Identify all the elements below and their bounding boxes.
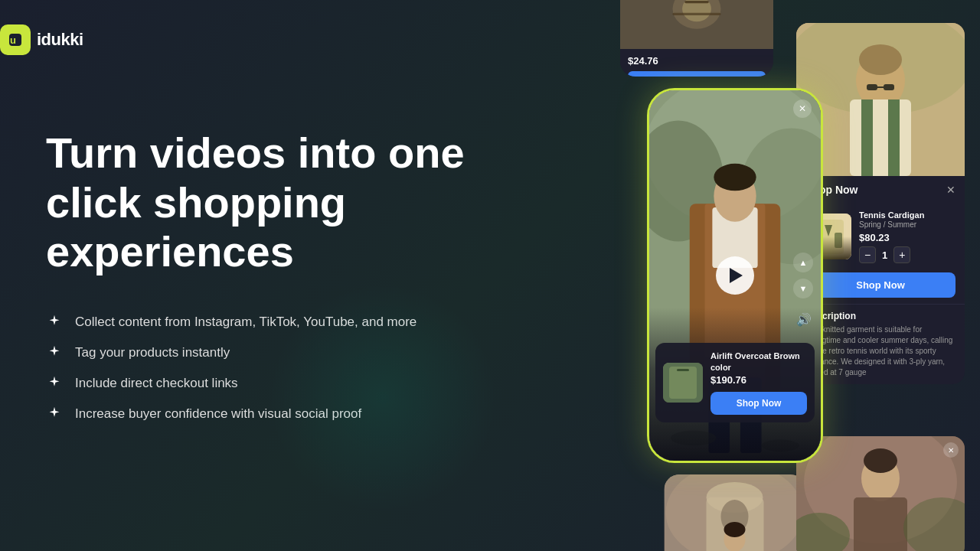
description-text: This knitted garment is suitable for spr… — [805, 324, 956, 378]
svg-text:u: u — [10, 34, 16, 46]
svg-point-26 — [859, 44, 902, 75]
card-top-left-footer: $24.76 Shop Now — [620, 49, 773, 77]
sparkle-icon-2 — [46, 344, 63, 361]
phone-close-button[interactable]: ✕ — [793, 99, 812, 118]
product-info: Airlift Overcoat Brown color $190.76 Sho… — [710, 350, 807, 415]
product-row-info: Tennis Cardigan Spring / Summer $80.23 −… — [859, 210, 956, 263]
sparkle-icon-3 — [46, 375, 63, 392]
svg-rect-28 — [861, 99, 873, 176]
svg-point-41 — [864, 448, 897, 473]
card-top-left-image — [620, 0, 773, 49]
quantity-increase-button[interactable]: + — [893, 246, 910, 263]
right-section: $24.76 Shop Now — [490, 0, 980, 551]
product-thumb-image — [663, 363, 703, 403]
card-bottom-right-close-button[interactable]: ✕ — [943, 442, 959, 458]
play-button[interactable] — [716, 256, 754, 295]
quantity-row: − 1 + — [859, 246, 956, 263]
price-top-left: $24.76 — [628, 55, 766, 67]
svg-rect-21 — [669, 367, 697, 399]
svg-rect-27 — [850, 99, 911, 176]
product-row-price: $80.23 — [859, 232, 956, 243]
quantity-value: 1 — [882, 249, 887, 261]
quantity-decrease-button[interactable]: − — [859, 246, 876, 263]
product-row-sub: Spring / Summer — [859, 220, 956, 229]
product-name: Airlift Overcoat Brown color — [710, 350, 807, 373]
svg-rect-32 — [877, 86, 884, 88]
features-list: Collect content from Instagram, TikTok, … — [46, 314, 536, 422]
product-card-phone: Airlift Overcoat Brown color $190.76 Sho… — [655, 343, 815, 422]
card-bottom-center — [665, 474, 806, 551]
feature-item-2: Tag your products instantly — [46, 344, 536, 361]
svg-rect-31 — [884, 84, 894, 90]
card-bottom-right: ✕ — [796, 436, 965, 551]
svg-rect-6 — [673, 13, 721, 15]
svg-rect-5 — [684, 1, 709, 3]
svg-point-51 — [724, 522, 746, 537]
phone-main: ✕ ▲ ▼ 🔊 — [647, 88, 823, 463]
shop-now-button-top-left[interactable]: Shop Now — [628, 71, 766, 77]
svg-rect-29 — [888, 99, 900, 176]
feature-item-3: Include direct checkout links — [46, 375, 536, 392]
svg-point-15 — [714, 164, 756, 191]
shop-panel-close-button[interactable]: ✕ — [946, 184, 956, 196]
phone-main-inner: ✕ ▲ ▼ 🔊 — [649, 90, 821, 461]
shop-now-button-panel[interactable]: Shop Now — [805, 272, 956, 298]
card-top-left: $24.76 Shop Now — [620, 0, 773, 77]
product-price: $190.76 — [710, 374, 807, 386]
feature-item-4: Increase buyer confidence with visual so… — [46, 406, 536, 422]
hero-title: Turn videos into one click shopping expe… — [46, 129, 536, 276]
shop-now-button-main[interactable]: Shop Now — [710, 392, 807, 415]
feature-item-1: Collect content from Instagram, TikTok, … — [46, 314, 536, 331]
volume-icon[interactable]: 🔊 — [796, 312, 812, 327]
svg-rect-30 — [867, 84, 877, 90]
phone-nav: ▲ ▼ — [793, 253, 813, 298]
svg-rect-22 — [677, 369, 689, 371]
sparkle-icon-1 — [46, 314, 63, 331]
play-icon — [730, 268, 743, 283]
product-row-name: Tennis Cardigan — [859, 210, 956, 220]
nav-up-button[interactable]: ▲ — [793, 253, 813, 272]
nav-down-button[interactable]: ▼ — [793, 279, 813, 298]
product-thumbnail — [663, 363, 703, 403]
left-section: Turn videos into one click shopping expe… — [46, 0, 536, 551]
sparkle-icon-4 — [46, 406, 63, 422]
logo-icon: u — [0, 24, 31, 55]
svg-rect-42 — [854, 497, 907, 551]
card-bottom-center-image — [665, 474, 806, 551]
description-title: Description — [805, 311, 956, 321]
card-bottom-right-image: ✕ — [796, 436, 965, 551]
